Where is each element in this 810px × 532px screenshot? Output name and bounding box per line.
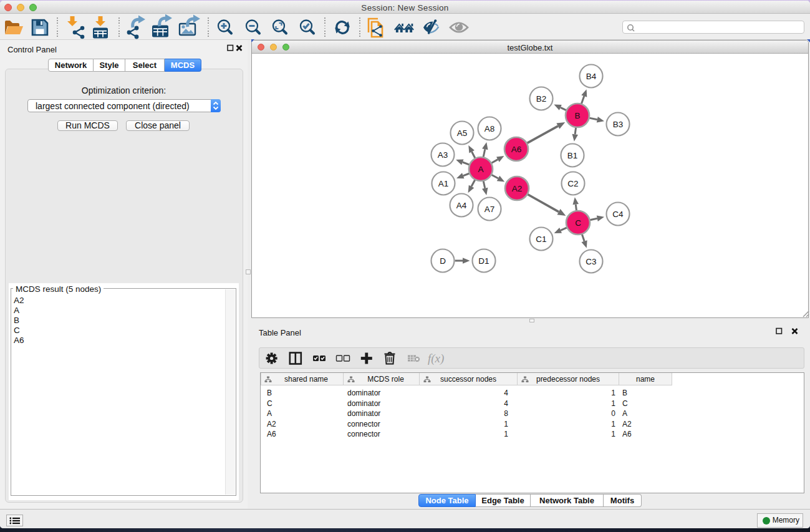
svg-text:B3: B3	[613, 120, 624, 129]
svg-text:A1: A1	[438, 179, 449, 188]
svg-text:B2: B2	[536, 94, 547, 104]
svg-text:A: A	[478, 165, 483, 174]
svg-text:f(x): f(x)	[428, 352, 444, 365]
svg-text:C: C	[575, 218, 581, 228]
svg-text:A2: A2	[512, 184, 523, 193]
svg-text:C3: C3	[586, 257, 596, 266]
svg-text:B4: B4	[586, 72, 597, 81]
svg-text:D: D	[440, 256, 446, 266]
svg-text:D1: D1	[478, 256, 489, 266]
svg-text:A7: A7	[485, 205, 495, 214]
svg-text:A6: A6	[511, 145, 522, 154]
svg-text:C4: C4	[612, 210, 624, 219]
svg-text:C1: C1	[536, 235, 546, 244]
svg-text:A3: A3	[438, 150, 448, 160]
svg-text:B1: B1	[567, 151, 578, 160]
svg-text:A4: A4	[456, 201, 467, 210]
svg-text:C2: C2	[567, 179, 578, 188]
svg-text:A5: A5	[457, 128, 468, 138]
svg-text:B: B	[574, 111, 580, 120]
svg-text:A8: A8	[485, 124, 495, 133]
